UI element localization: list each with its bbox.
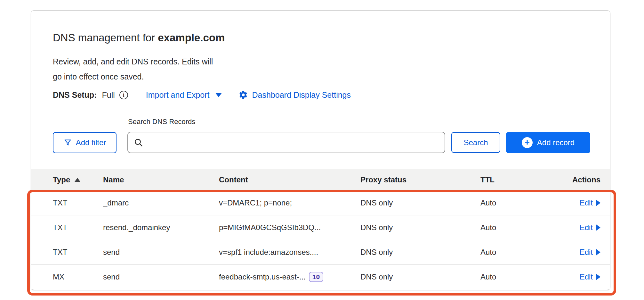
page-subtitle: Review, add, and edit DNS records. Edits… [53, 54, 213, 84]
edit-label: Edit [580, 223, 593, 232]
search-input[interactable] [148, 132, 439, 153]
search-icon [134, 138, 143, 147]
search-input-container [127, 132, 445, 153]
edit-record-link[interactable]: Edit [580, 223, 600, 232]
cell-type: TXT [31, 223, 103, 232]
edit-label: Edit [580, 248, 593, 257]
table-row: TXT _dmarc v=DMARC1; p=none; DNS only Au… [31, 190, 610, 215]
cell-ttl: Auto [480, 198, 528, 207]
edit-record-link[interactable]: Edit [580, 272, 600, 281]
chevron-right-icon [596, 273, 600, 280]
search-dns-records-label: Search DNS Records [128, 118, 195, 126]
add-record-button[interactable]: + Add record [506, 132, 590, 153]
dns-records-table: Type Name Content Proxy status TTL Actio… [31, 169, 610, 289]
cell-content-text: feedback-smtp.us-east-... [219, 272, 306, 281]
column-header-ttl: TTL [480, 175, 528, 184]
import-export-label: Import and Export [146, 90, 210, 100]
cell-name: send [103, 272, 219, 281]
column-header-type[interactable]: Type [31, 175, 103, 184]
page-title: DNS management for example.com [53, 32, 225, 44]
dns-setup-label: DNS Setup: [53, 90, 97, 100]
cell-name: resend._domainkey [103, 223, 219, 232]
cell-proxy: DNS only [360, 198, 480, 207]
dashboard-display-settings-label: Dashboard Display Settings [252, 90, 351, 100]
edit-record-link[interactable]: Edit [580, 248, 600, 257]
cell-ttl: Auto [480, 223, 528, 232]
cell-content: v=DMARC1; p=none; [219, 198, 360, 207]
cell-content: feedback-smtp.us-east-... 10 [219, 272, 360, 282]
chevron-right-icon [596, 224, 600, 231]
subtitle-line-1: Review, add, and edit DNS records. Edits… [53, 54, 213, 69]
table-row: TXT resend._domainkey p=MIGfMA0GCSqGSIb3… [31, 215, 610, 240]
search-button[interactable]: Search [451, 132, 500, 153]
column-header-type-label: Type [53, 175, 70, 184]
page-title-prefix: DNS management for [53, 32, 158, 44]
subtitle-line-2: go into effect once saved. [53, 69, 213, 84]
chevron-right-icon [596, 199, 600, 206]
cell-proxy: DNS only [360, 272, 480, 281]
filter-funnel-icon [63, 138, 72, 147]
edit-label: Edit [580, 272, 593, 281]
edit-record-link[interactable]: Edit [580, 198, 600, 207]
column-header-content: Content [219, 175, 360, 184]
add-filter-label: Add filter [76, 138, 106, 147]
cell-ttl: Auto [480, 272, 528, 281]
cell-name: _dmarc [103, 198, 219, 207]
cell-type: MX [31, 272, 103, 281]
table-header-row: Type Name Content Proxy status TTL Actio… [31, 169, 610, 190]
column-header-actions: Actions [528, 175, 610, 184]
cell-proxy: DNS only [360, 223, 480, 232]
import-export-link[interactable]: Import and Export [146, 90, 222, 100]
gear-icon [238, 90, 248, 100]
table-row: MX send feedback-smtp.us-east-... 10 DNS… [31, 264, 610, 289]
cell-name: send [103, 248, 219, 257]
add-filter-button[interactable]: Add filter [53, 132, 117, 153]
page-title-domain: example.com [158, 32, 225, 44]
cell-type: TXT [31, 198, 103, 207]
cell-type: TXT [31, 248, 103, 257]
info-icon[interactable]: i [119, 91, 128, 99]
cell-ttl: Auto [480, 248, 528, 257]
cell-proxy: DNS only [360, 248, 480, 257]
chevron-right-icon [596, 249, 600, 256]
mx-priority-badge: 10 [309, 272, 323, 282]
cell-content: p=MIGfMA0GCSqGSIb3DQ... [219, 223, 360, 232]
column-header-name: Name [103, 175, 219, 184]
dns-setup-value: Full [102, 90, 115, 100]
cell-content: v=spf1 include:amazonses.... [219, 248, 360, 257]
chevron-down-icon [215, 93, 222, 97]
plus-circle-icon: + [522, 137, 533, 148]
table-row: TXT send v=spf1 include:amazonses.... DN… [31, 240, 610, 264]
search-button-label: Search [463, 138, 488, 147]
dashboard-display-settings-link[interactable]: Dashboard Display Settings [238, 90, 351, 100]
dns-management-card: DNS management for example.com Review, a… [31, 10, 610, 290]
column-header-proxy: Proxy status [360, 175, 480, 184]
edit-label: Edit [580, 198, 593, 207]
sort-ascending-icon [75, 178, 80, 182]
add-record-label: Add record [537, 138, 575, 147]
dns-setup-row: DNS Setup: Full i Import and Export Dash… [53, 90, 351, 100]
